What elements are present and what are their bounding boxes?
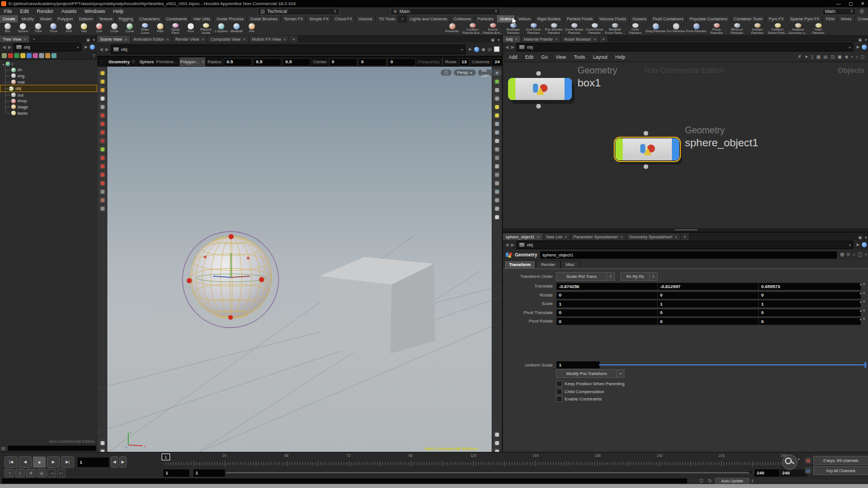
close-icon[interactable]: ✕ <box>166 37 169 41</box>
pane-maximize-icon[interactable]: ▣ <box>858 236 862 240</box>
pivot-rotate-z-field[interactable]: 0 <box>758 317 861 325</box>
network-menu-view[interactable]: View <box>552 54 569 60</box>
center-field-0[interactable]: 0 <box>329 58 357 66</box>
shelf-tab-cloud-fx[interactable]: Cloud FX <box>332 15 355 23</box>
shelf-tool-path[interactable]: Path <box>153 23 168 35</box>
range-slider-track[interactable] <box>226 472 750 473</box>
channel-list-icon[interactable]: ▤ <box>805 467 811 474</box>
tree-item-mat[interactable]: mat <box>0 79 97 85</box>
close-icon[interactable]: ✕ <box>24 37 27 41</box>
network-tab-asset-browser[interactable]: Asset Browser✕ <box>561 36 600 42</box>
tree-filter-input[interactable] <box>7 445 97 451</box>
rotate-z-field[interactable]: 0 <box>758 291 861 299</box>
camera-b-icon[interactable]: ◎ <box>488 47 492 52</box>
node-sphere-object1[interactable] <box>615 138 679 160</box>
filter-icon[interactable]: ▽ <box>132 60 134 64</box>
shelf-tool-metaball[interactable]: Metaball <box>229 23 244 35</box>
channel-ladder-icon[interactable]: ▲▼ <box>859 292 865 295</box>
op-context-label[interactable]: Geometry <box>108 59 129 64</box>
tree-category-filter-icon-3[interactable] <box>20 53 25 58</box>
node-render-flag[interactable] <box>672 138 679 160</box>
persp-view-dropdown[interactable]: Persp▼ <box>454 69 476 76</box>
child-compensation-checkbox[interactable] <box>556 389 562 395</box>
close-icon[interactable]: ✕ <box>243 37 246 41</box>
channel-ladder-icon[interactable]: ▲▼ <box>859 318 865 321</box>
next-key-button[interactable]: ▶| <box>57 469 66 477</box>
shelf-tool-file[interactable]: File <box>244 23 259 35</box>
key-all-channels-dropdown[interactable]: Key All Channels <box>813 466 868 475</box>
shelf-tab-modify[interactable]: Modify <box>19 15 37 23</box>
shelf-tool-source-particle-emi[interactable]: Source Particle Emi... <box>483 23 503 35</box>
desktop-dropdown[interactable]: ⊕Main ⇕ <box>390 8 501 15</box>
scale-x-field[interactable]: 1 <box>556 300 659 308</box>
pivot-translate-x-field[interactable]: 0 <box>556 309 659 317</box>
shelf-tab-guide-brushes[interactable]: Guide Brushes <box>247 15 281 23</box>
keep-position-when-parenting-checkbox[interactable] <box>556 381 562 387</box>
realtime-toggle-icon[interactable]: ◔ <box>5 469 14 477</box>
shelf-tool-null[interactable]: Null <box>76 23 92 35</box>
tree-category-filter-icon-6[interactable] <box>39 53 44 58</box>
play-button[interactable]: ▶ <box>47 456 60 468</box>
primitive-type-label[interactable]: Primitive... <box>157 59 177 64</box>
pivot-rotate-y-field[interactable]: 0 <box>657 317 760 325</box>
pane-menu-icon[interactable]: ▾ <box>93 38 95 42</box>
enable-constraints-checkbox[interactable] <box>556 396 562 402</box>
shelf-tool-font[interactable]: Font <box>183 23 198 35</box>
back-icon[interactable]: ◀ <box>99 47 103 52</box>
maximize-button[interactable]: ▢ <box>849 1 853 6</box>
tree-item-obj[interactable]: ◦obj <box>0 85 97 92</box>
current-frame-marker[interactable]: 1 <box>162 454 170 460</box>
layout-grid-icon[interactable]: ▤ <box>823 54 828 59</box>
node-box1[interactable] <box>508 78 572 100</box>
shelf-tab-viscous-fluids[interactable]: Viscous Fluids <box>596 15 630 23</box>
help-icon[interactable]: ? <box>859 8 865 14</box>
display-toggle-icon[interactable] <box>494 46 500 52</box>
sim-toggle-icon[interactable]: ◎ <box>37 469 46 477</box>
forward-icon[interactable]: ▶ <box>105 47 108 52</box>
prev-key-button[interactable]: |◀ <box>47 469 56 477</box>
shelf-tool-pump-particles[interactable]: Pump Particles <box>706 23 727 35</box>
shelf-tool-tube[interactable]: Tube <box>31 23 46 35</box>
uniform-scale-field[interactable]: 1 <box>556 361 600 369</box>
shelf-tool-location-particle-emi[interactable]: Location Particle Emi... <box>462 23 483 35</box>
tree-item-ch[interactable]: ch <box>0 67 97 73</box>
new-tab-button[interactable]: + <box>289 36 298 42</box>
pin-icon[interactable]: ➤ <box>84 45 88 50</box>
forward-icon[interactable]: ▶ <box>511 242 514 247</box>
key-options-menu[interactable]: ▾ <box>798 457 800 461</box>
pane-maximize-icon[interactable]: ▣ <box>491 38 495 42</box>
pane-menu-icon[interactable]: ▾ <box>865 236 867 240</box>
shelf-tab-rigid-bodies[interactable]: Rigid Bodies <box>534 15 564 23</box>
range-slider-handle[interactable]: ◀ <box>748 469 752 474</box>
scene-tab-composite-view[interactable]: Composite View✕ <box>207 36 249 42</box>
scene-tab-animation-editor[interactable]: Animation Editor✕ <box>131 36 172 42</box>
help-icon[interactable]: ? <box>865 252 867 258</box>
node-name-label[interactable]: sphere_object1 <box>685 137 758 149</box>
close-icon[interactable]: ✕ <box>593 37 596 41</box>
node-name-field[interactable]: sphere_object1 <box>540 251 838 259</box>
uniform-scale-slider[interactable] <box>599 364 866 365</box>
tree-category-filter-icon-7[interactable] <box>45 53 50 58</box>
params-tab-take-list[interactable]: Take List✕ <box>543 233 571 240</box>
shelf-tab-fluid-containers[interactable]: Fluid Containers <box>650 15 687 23</box>
back-icon[interactable]: ◀ <box>505 242 509 247</box>
range-start-field[interactable]: 1 <box>163 469 190 477</box>
shelf-tool-drag-particles[interactable]: Drag Particles <box>645 23 666 35</box>
close-icon[interactable]: ✕ <box>565 235 567 239</box>
params-tab-geometry-spreadsheet[interactable]: Geometry Spreadsheet✕ <box>626 233 680 240</box>
link-icon[interactable] <box>90 45 95 50</box>
shelf-tab-terrain-fx[interactable]: Terrain FX <box>281 15 306 23</box>
shelf-tool-fireworks[interactable]: Fireworks <box>442 23 462 35</box>
rows-field[interactable]: 13 <box>459 58 470 66</box>
scene-path-field[interactable]: obj ▾ <box>111 45 466 54</box>
node-display-flag[interactable] <box>508 78 515 100</box>
rotate-order-spinner[interactable]: ⇕ <box>649 272 658 281</box>
columns-field[interactable]: 24 <box>492 58 502 66</box>
pane-maximize-icon[interactable]: ▣ <box>858 38 862 42</box>
channel-ladder-icon[interactable]: ▲▼ <box>859 310 865 312</box>
modify-pre-transform-menu[interactable]: ▾ <box>617 369 624 378</box>
tree-category-filter-icon-1[interactable] <box>8 53 13 58</box>
close-icon[interactable]: ✕ <box>675 235 678 239</box>
message-log-icon[interactable]: 🗩 <box>699 478 704 483</box>
pin-icon[interactable]: ➤ <box>856 45 860 50</box>
